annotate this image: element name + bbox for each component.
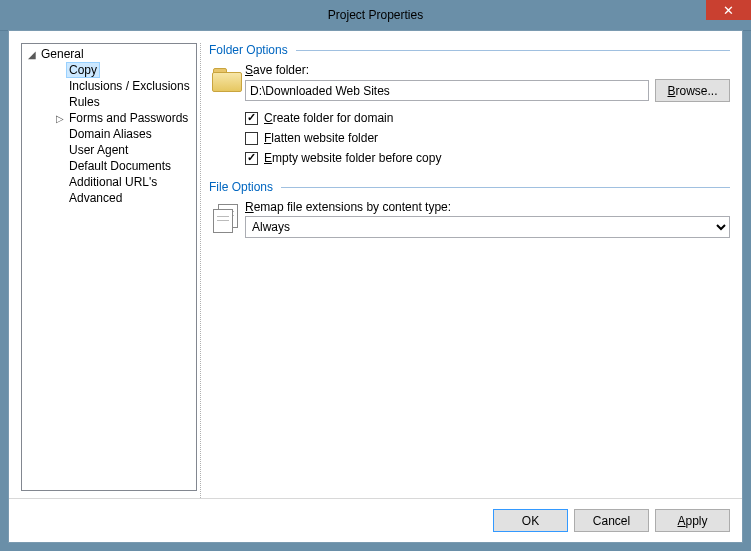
nav-tree[interactable]: ◢ General ▷ Copy ▷ Inclusions / Exclusio… (21, 43, 197, 491)
spacer-icon: ▷ (54, 193, 66, 204)
empty-folder-label: Empty website folder before copy (264, 151, 441, 165)
create-folder-row[interactable]: Create folder for domain (245, 108, 730, 128)
icon-column (209, 63, 245, 168)
nav-item-additional-urls[interactable]: ▷ Additional URL's (22, 174, 196, 190)
nav-label: Domain Aliases (66, 127, 155, 141)
nav-label: Copy (66, 62, 100, 78)
save-folder-row: Browse... (245, 79, 730, 102)
nav-item-advanced[interactable]: ▷ Advanced (22, 190, 196, 206)
folder-options-body: Save folder: Browse... Create folder for… (209, 63, 730, 168)
save-folder-label: Save folder: (245, 63, 730, 77)
nav-item-default-documents[interactable]: ▷ Default Documents (22, 158, 196, 174)
divider (296, 50, 730, 51)
create-folder-checkbox[interactable] (245, 112, 258, 125)
files-icon (213, 204, 241, 232)
ok-button[interactable]: OK (493, 509, 568, 532)
empty-folder-row[interactable]: Empty website folder before copy (245, 148, 730, 168)
nav-label: General (38, 47, 87, 61)
flatten-folder-row[interactable]: Flatten website folder (245, 128, 730, 148)
window-title: Project Properties (0, 8, 751, 22)
fields-column: Save folder: Browse... Create folder for… (245, 63, 730, 168)
fields-column: Remap file extensions by content type: A… (245, 200, 730, 238)
project-properties-window: Project Properties ✕ ◢ General ▷ Copy ▷ … (0, 0, 751, 551)
titlebar[interactable]: Project Properties ✕ (0, 0, 751, 31)
nav-label: Default Documents (66, 159, 174, 173)
nav-label: User Agent (66, 143, 131, 157)
spacer-icon: ▷ (54, 177, 66, 188)
nav-item-user-agent[interactable]: ▷ User Agent (22, 142, 196, 158)
remap-label: Remap file extensions by content type: (245, 200, 730, 214)
spacer-icon: ▷ (54, 161, 66, 172)
flatten-folder-label: Flatten website folder (264, 131, 378, 145)
nav-label: Rules (66, 95, 103, 109)
spacer-icon: ▷ (54, 97, 66, 108)
spacer-icon: ▷ (54, 129, 66, 140)
group-legend: Folder Options (209, 43, 296, 57)
browse-button[interactable]: Browse... (655, 79, 730, 102)
client-area: ◢ General ▷ Copy ▷ Inclusions / Exclusio… (8, 30, 743, 543)
button-bar: OK Cancel Apply (9, 498, 742, 542)
nav-label: Additional URL's (66, 175, 160, 189)
save-folder-input[interactable] (245, 80, 649, 101)
cancel-button[interactable]: Cancel (574, 509, 649, 532)
main-panel: Folder Options Save folder: (205, 43, 730, 498)
nav-label: Forms and Passwords (66, 111, 191, 125)
nav-item-domain-aliases[interactable]: ▷ Domain Aliases (22, 126, 196, 142)
spacer-icon: ▷ (54, 81, 66, 92)
nav-item-copy[interactable]: ▷ Copy (22, 62, 196, 78)
nav-item-inclusions[interactable]: ▷ Inclusions / Exclusions (22, 78, 196, 94)
nav-item-forms[interactable]: ▷ Forms and Passwords (22, 110, 196, 126)
expand-icon[interactable]: ▷ (54, 113, 66, 124)
splitter[interactable] (197, 43, 205, 498)
nav-item-rules[interactable]: ▷ Rules (22, 94, 196, 110)
apply-button[interactable]: Apply (655, 509, 730, 532)
close-button[interactable]: ✕ (706, 0, 751, 20)
spacer-icon: ▷ (54, 145, 66, 156)
flatten-folder-checkbox[interactable] (245, 132, 258, 145)
create-folder-label: Create folder for domain (264, 111, 393, 125)
nav-label: Inclusions / Exclusions (66, 79, 193, 93)
content-split: ◢ General ▷ Copy ▷ Inclusions / Exclusio… (21, 43, 730, 498)
file-options-body: Remap file extensions by content type: A… (209, 200, 730, 238)
nav-label: Advanced (66, 191, 125, 205)
folder-icon (212, 67, 242, 93)
expand-icon[interactable]: ◢ (26, 49, 38, 60)
close-icon: ✕ (723, 3, 734, 18)
file-options-header: File Options (209, 180, 730, 194)
icon-column (209, 200, 245, 238)
group-legend: File Options (209, 180, 281, 194)
divider (281, 187, 730, 188)
nav-item-general[interactable]: ◢ General (22, 46, 196, 62)
remap-select[interactable]: Always (245, 216, 730, 238)
spacer-icon: ▷ (54, 65, 66, 76)
empty-folder-checkbox[interactable] (245, 152, 258, 165)
folder-options-header: Folder Options (209, 43, 730, 57)
